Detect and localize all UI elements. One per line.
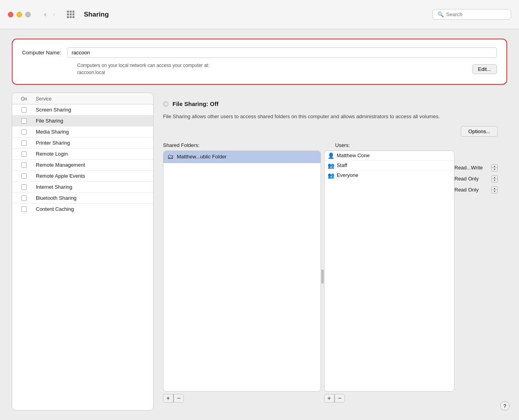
bluetooth-sharing-checkbox[interactable] (21, 195, 27, 201)
remove-user-button[interactable]: − (335, 394, 345, 403)
file-sharing-checkbox[interactable] (21, 118, 27, 124)
user-single-icon: 👤 (328, 152, 334, 159)
user-item-staff[interactable]: 👥 Staff (324, 161, 454, 171)
stepper-up-everyone[interactable]: ▲ (492, 187, 497, 190)
permission-label-matthew: Read...Write (454, 165, 490, 171)
computer-name-description: Computers on your local network can acce… (77, 62, 209, 76)
checkbox-cell (12, 184, 36, 190)
minimize-button[interactable] (17, 12, 22, 17)
service-row-remote-login[interactable]: Remote Login (12, 149, 153, 160)
printer-sharing-label: Printer Sharing (36, 140, 153, 146)
permission-stepper-everyone[interactable]: ▲ ▼ (491, 186, 498, 193)
close-button[interactable] (8, 12, 13, 17)
user-list-controls: + − (324, 394, 498, 403)
computer-name-desc-line1: Computers on your local network can acce… (77, 63, 209, 68)
checkbox-cell (12, 206, 36, 212)
search-bar[interactable]: 🔍 (432, 9, 511, 20)
service-row-bluetooth-sharing[interactable]: Bluetooth Sharing (12, 193, 153, 204)
remote-login-checkbox[interactable] (21, 151, 27, 157)
stepper-down-staff[interactable]: ▼ (492, 179, 497, 182)
back-button[interactable]: ‹ (42, 9, 49, 19)
checkbox-cell (12, 162, 36, 168)
remote-apple-events-label: Remote Apple Events (36, 173, 153, 179)
add-user-button[interactable]: + (324, 394, 334, 403)
col-service-header: Service (36, 96, 153, 102)
permission-stepper-matthew[interactable]: ▲ ▼ (491, 164, 498, 171)
options-button[interactable]: Options... (461, 126, 498, 137)
user-group-icon-everyone: 👥 (328, 172, 334, 178)
checkbox-cell (12, 129, 36, 135)
stepper-up-matthew[interactable]: ▲ (492, 165, 497, 168)
computer-name-label: Computer Name: (22, 50, 61, 56)
help-button[interactable]: ? (500, 401, 510, 411)
grid-dot (72, 13, 74, 15)
printer-sharing-checkbox[interactable] (21, 140, 27, 146)
services-list-header: On Service (12, 93, 153, 104)
service-row-media-sharing[interactable]: Media Sharing (12, 126, 153, 138)
service-status-label: File Sharing: Off (172, 100, 219, 107)
service-row-screen-sharing[interactable]: Screen Sharing (12, 104, 153, 115)
checkbox-cell (12, 118, 36, 124)
internet-sharing-checkbox[interactable] (21, 184, 27, 190)
status-indicator (163, 101, 169, 107)
folder-icon: 🗂 (167, 153, 174, 160)
remote-management-checkbox[interactable] (21, 162, 27, 168)
permission-row-everyone: Read Only ▲ ▼ (454, 184, 498, 195)
titlebar: ‹ › Sharing 🔍 (0, 0, 519, 29)
content-caching-label: Content Caching (36, 206, 153, 212)
service-row-remote-management[interactable]: Remote Management (12, 160, 153, 171)
grid-dot (70, 13, 72, 15)
service-row-file-sharing[interactable]: File Sharing (12, 115, 153, 126)
search-input[interactable] (446, 11, 506, 17)
remove-folder-button[interactable]: − (174, 394, 184, 403)
folder-list-controls: + − (163, 394, 321, 403)
media-sharing-label: Media Sharing (36, 129, 153, 135)
checkbox-cell (12, 140, 36, 146)
screen-sharing-checkbox[interactable] (21, 107, 27, 113)
maximize-button[interactable] (25, 12, 31, 17)
checkbox-cell (12, 195, 36, 201)
search-icon: 🔍 (437, 11, 444, 17)
stepper-up-staff[interactable]: ▲ (492, 176, 497, 179)
user-item-everyone[interactable]: 👥 Everyone (324, 171, 454, 180)
apps-grid-icon[interactable] (67, 11, 74, 18)
folder-name: Matthew...ublic Folder (177, 154, 226, 160)
grid-dot (67, 11, 69, 13)
remote-management-label: Remote Management (36, 162, 153, 168)
user-name-everyone: Everyone (337, 172, 451, 178)
forward-button[interactable]: › (50, 9, 57, 19)
grid-dot (70, 16, 72, 18)
users-list: 👤 Matthew Cone 👥 Staff 👥 Everyone (324, 151, 454, 392)
edit-button[interactable]: Edit... (472, 64, 497, 74)
grid-dot (67, 13, 69, 15)
grid-dot (72, 16, 74, 18)
window-controls (8, 12, 31, 17)
grid-dot (72, 11, 74, 13)
permissions-column: Read...Write ▲ ▼ Read Only ▲ (454, 151, 498, 392)
user-name-matthew: Matthew Cone (337, 152, 451, 158)
service-row-internet-sharing[interactable]: Internet Sharing (12, 182, 153, 193)
folder-item-public[interactable]: 🗂 Matthew...ublic Folder (163, 151, 321, 163)
computer-name-input[interactable] (67, 47, 497, 58)
content-caching-checkbox[interactable] (21, 206, 27, 212)
checkbox-cell (12, 107, 36, 113)
service-row-printer-sharing[interactable]: Printer Sharing (12, 138, 153, 149)
checkbox-cell (12, 173, 36, 179)
user-name-staff: Staff (337, 162, 451, 168)
service-row-remote-apple-events[interactable]: Remote Apple Events (12, 171, 153, 182)
media-sharing-checkbox[interactable] (21, 129, 27, 135)
add-folder-button[interactable]: + (163, 394, 173, 403)
internet-sharing-label: Internet Sharing (36, 184, 153, 190)
remote-login-label: Remote Login (36, 151, 153, 157)
permission-row-matthew: Read...Write ▲ ▼ (454, 162, 498, 173)
remote-apple-events-checkbox[interactable] (21, 173, 27, 179)
screen-sharing-label: Screen Sharing (36, 107, 153, 113)
user-item-matthew[interactable]: 👤 Matthew Cone (324, 151, 454, 161)
stepper-down-matthew[interactable]: ▼ (492, 168, 497, 171)
service-row-content-caching[interactable]: Content Caching (12, 204, 153, 214)
stepper-down-everyone[interactable]: ▼ (492, 190, 497, 193)
user-group-icon-staff: 👥 (328, 162, 334, 169)
services-list: On Service Screen Sharing File Sharing (12, 93, 154, 411)
permission-stepper-staff[interactable]: ▲ ▼ (491, 175, 498, 182)
service-description: File Sharing allows other users to acces… (163, 113, 498, 121)
